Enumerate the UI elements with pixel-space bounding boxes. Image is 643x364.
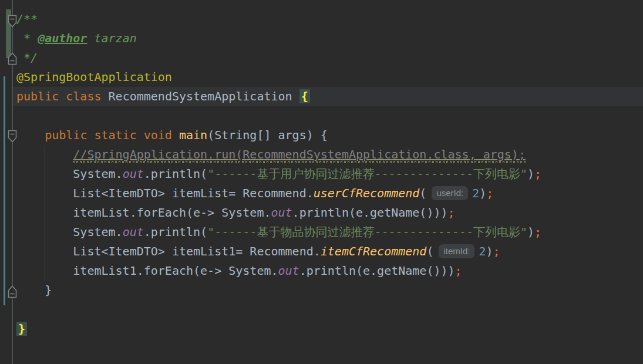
code-token: ; [448, 205, 455, 220]
code-token: /** [16, 12, 38, 26]
code-line[interactable] [13, 300, 643, 319]
code-token: "------基于用户协同过滤推荐--------------下列电影" [207, 167, 527, 181]
code-line[interactable]: //SpringApplication.run(RecommendSystemA… [13, 145, 643, 164]
code-line[interactable]: */ [13, 48, 643, 68]
code-token: out [123, 225, 144, 239]
code-token: 2 [472, 186, 479, 200]
code-line-caret[interactable]: public class RecommendSystemApplication … [13, 87, 643, 106]
code-line[interactable]: System.out.println("------基于用户协同过滤推荐----… [13, 164, 643, 184]
code-token: 2 [479, 244, 486, 258]
code-token: ; [486, 186, 493, 200]
code-token: ; [534, 225, 541, 239]
parameter-hint-pill: itemId: [439, 244, 474, 258]
code-token: ; [455, 264, 462, 278]
code-token: @SpringBootApplication [16, 70, 172, 84]
code-token: } [16, 322, 27, 336]
code-token: System. [73, 225, 122, 239]
code-token: List<ItemDTO> itemList= Recommend. [73, 186, 313, 200]
ide-editor-window: /** * @author tarzan */@SpringBootApplic… [0, 0, 643, 364]
code-token: System. [73, 167, 122, 181]
code-area[interactable]: /** * @author tarzan */@SpringBootApplic… [13, 9, 643, 358]
code-line[interactable]: System.out.println("------基于物品协同过滤推荐----… [13, 223, 643, 242]
code-token [16, 128, 45, 142]
code-token: out [123, 167, 144, 181]
indent-guide [45, 146, 45, 281]
code-token: ( [426, 244, 433, 258]
fold-collapse-start-icon[interactable] [7, 14, 18, 27]
fold-collapse-start-icon[interactable] [7, 129, 18, 142]
code-line[interactable]: } [13, 319, 643, 339]
code-token: } [16, 283, 52, 297]
code-line[interactable]: } [13, 281, 643, 300]
code-line[interactable]: List<ItemDTO> itemList1= Recommend.itemC… [13, 242, 643, 261]
code-token: .println(e.getName())) [292, 205, 448, 220]
code-line[interactable] [13, 339, 643, 358]
code-token: out [278, 264, 299, 278]
code-token: * [16, 31, 38, 45]
code-token: .println( [144, 167, 207, 181]
code-line[interactable] [13, 106, 643, 126]
code-token: main [179, 128, 207, 142]
code-line[interactable]: itemList1.forEach(e-> System.out.println… [13, 261, 643, 281]
code-token: "------基于物品协同过滤推荐--------------下列电影" [207, 225, 527, 239]
code-token: (String[] args) { [207, 128, 328, 142]
code-token: itemList1.forEach(e-> System. [73, 264, 278, 278]
code-token: public class [16, 89, 109, 103]
code-token: public static void [45, 128, 179, 142]
code-token: itemCfRecommend [321, 244, 427, 258]
vcs-changed-bar [4, 76, 5, 305]
code-token: .println(e.getName())) [299, 264, 455, 278]
code-token: tarzan [87, 31, 136, 45]
code-token: ( [419, 186, 426, 200]
fold-collapse-end-icon[interactable] [7, 285, 18, 298]
code-token: RecommendSystemApplication [109, 89, 299, 103]
code-token: @author [38, 31, 87, 45]
fold-collapse-end-icon[interactable] [7, 52, 18, 65]
code-token: .println( [144, 225, 207, 239]
code-token: ) [527, 167, 534, 181]
code-token: //SpringApplication.run(RecommendSystemA… [73, 145, 526, 164]
code-line[interactable]: public static void main(String[] args) { [13, 126, 643, 145]
code-line[interactable]: * @author tarzan [13, 29, 643, 48]
code-token: ; [493, 244, 500, 258]
code-token: out [271, 205, 292, 220]
code-token: itemList.forEach(e-> System. [73, 205, 271, 220]
code-token: ) [527, 225, 534, 239]
code-line[interactable]: @SpringBootApplication [13, 68, 643, 87]
code-line[interactable]: List<ItemDTO> itemList= Recommend.userCf… [13, 184, 643, 203]
parameter-hint-pill: userId: [432, 186, 468, 200]
code-token: List<ItemDTO> itemList1= Recommend. [73, 244, 320, 258]
code-token: */ [16, 50, 38, 65]
code-token: ) [479, 186, 486, 200]
code-line[interactable]: /** [13, 9, 643, 29]
code-token: { [299, 89, 310, 103]
code-token: ) [486, 244, 493, 258]
code-token: ; [534, 167, 541, 181]
code-token: userCfRecommend [314, 186, 420, 200]
code-line[interactable]: itemList.forEach(e-> System.out.println(… [13, 203, 643, 223]
